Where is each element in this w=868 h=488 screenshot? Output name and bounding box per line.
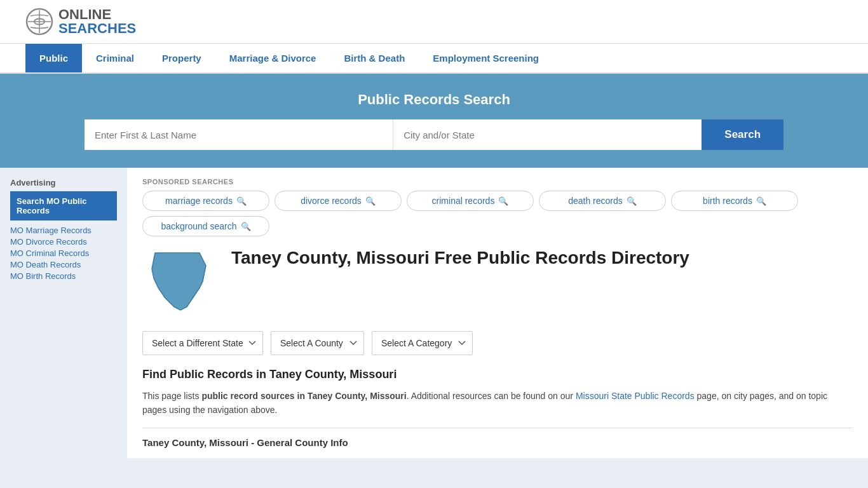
search-icon-death: 🔍 <box>627 196 637 206</box>
find-desc-part2: . Additional resources can be found on o… <box>407 391 576 401</box>
page-title: Taney County, Missouri Free Public Recor… <box>231 247 853 269</box>
location-title: Taney County, Missouri Free Public Recor… <box>231 247 853 274</box>
tag-birth-records-label: birth records <box>703 196 752 206</box>
logo: ONLINE SEARCHES <box>25 8 136 36</box>
find-public-records-title: Find Public Records in Taney County, Mis… <box>142 368 853 381</box>
search-icon-birth: 🔍 <box>756 196 766 206</box>
search-form: Search <box>85 119 783 150</box>
tag-birth-records[interactable]: birth records 🔍 <box>671 191 798 211</box>
nav-item-employment[interactable]: Employment Screening <box>419 44 553 72</box>
sidebar: Advertising Search MO Public Records MO … <box>0 168 127 458</box>
logo-icon <box>25 8 53 36</box>
tag-marriage-records[interactable]: marriage records 🔍 <box>142 191 269 211</box>
search-banner-title: Public Records Search <box>25 92 843 108</box>
state-dropdown[interactable]: Select a Different State <box>142 331 263 355</box>
state-map <box>142 247 219 318</box>
location-input[interactable] <box>393 119 702 150</box>
logo-searches: SEARCHES <box>58 22 136 36</box>
nav-item-marriage-divorce[interactable]: Marriage & Divorce <box>215 44 330 72</box>
main-nav: Public Criminal Property Marriage & Divo… <box>0 44 868 74</box>
dropdown-row: Select a Different State Select A County… <box>142 331 853 355</box>
search-icon-divorce: 🔍 <box>365 196 376 206</box>
sidebar-link-death[interactable]: MO Death Records <box>10 260 117 269</box>
nav-item-criminal[interactable]: Criminal <box>82 44 148 72</box>
tag-background-search[interactable]: background search 🔍 <box>142 216 269 236</box>
nav-item-property[interactable]: Property <box>148 44 215 72</box>
search-banner: Public Records Search Search <box>0 74 868 168</box>
find-description: This page lists public record sources in… <box>142 389 853 417</box>
category-dropdown[interactable]: Select A Category <box>372 331 473 355</box>
missouri-map-svg <box>142 247 219 316</box>
sidebar-link-birth[interactable]: MO Birth Records <box>10 271 117 281</box>
logo-text: ONLINE SEARCHES <box>58 8 136 36</box>
sponsored-label: SPONSORED SEARCHES <box>142 178 853 186</box>
header: ONLINE SEARCHES <box>0 0 868 44</box>
tag-marriage-records-label: marriage records <box>165 196 233 206</box>
tag-criminal-records-label: criminal records <box>432 196 495 206</box>
find-desc-bold: public record sources in Taney County, M… <box>201 391 406 401</box>
nav-item-public[interactable]: Public <box>25 44 82 72</box>
search-button[interactable]: Search <box>702 119 783 150</box>
content-area: SPONSORED SEARCHES marriage records 🔍 di… <box>127 168 868 458</box>
county-dropdown[interactable]: Select A County <box>271 331 364 355</box>
tag-death-records-label: death records <box>568 196 623 206</box>
tag-death-records[interactable]: death records 🔍 <box>539 191 666 211</box>
name-input[interactable] <box>85 119 393 150</box>
nav-item-birth-death[interactable]: Birth & Death <box>330 44 419 72</box>
tag-divorce-records[interactable]: divorce records 🔍 <box>275 191 402 211</box>
search-tags: marriage records 🔍 divorce records 🔍 cri… <box>142 191 853 236</box>
tag-criminal-records[interactable]: criminal records 🔍 <box>407 191 534 211</box>
location-header: Taney County, Missouri Free Public Recor… <box>142 247 853 318</box>
search-icon-marriage: 🔍 <box>236 196 247 206</box>
find-desc-part1: This page lists <box>142 391 201 401</box>
find-desc-link[interactable]: Missouri State Public Records <box>576 391 695 401</box>
main-container: Advertising Search MO Public Records MO … <box>0 168 868 458</box>
sidebar-highlight-link[interactable]: Search MO Public Records <box>10 191 117 220</box>
sidebar-link-criminal[interactable]: MO Criminal Records <box>10 248 117 258</box>
tag-divorce-records-label: divorce records <box>301 196 362 206</box>
county-info-title: Taney County, Missouri - General County … <box>142 428 853 448</box>
tag-background-search-label: background search <box>161 221 236 231</box>
search-icon-criminal: 🔍 <box>498 196 508 206</box>
logo-online: ONLINE <box>58 8 136 22</box>
sidebar-link-divorce[interactable]: MO Divorce Records <box>10 237 117 247</box>
sidebar-link-marriage[interactable]: MO Marriage Records <box>10 226 117 235</box>
sidebar-ad-label: Advertising <box>10 178 117 187</box>
search-icon-background: 🔍 <box>241 222 251 231</box>
